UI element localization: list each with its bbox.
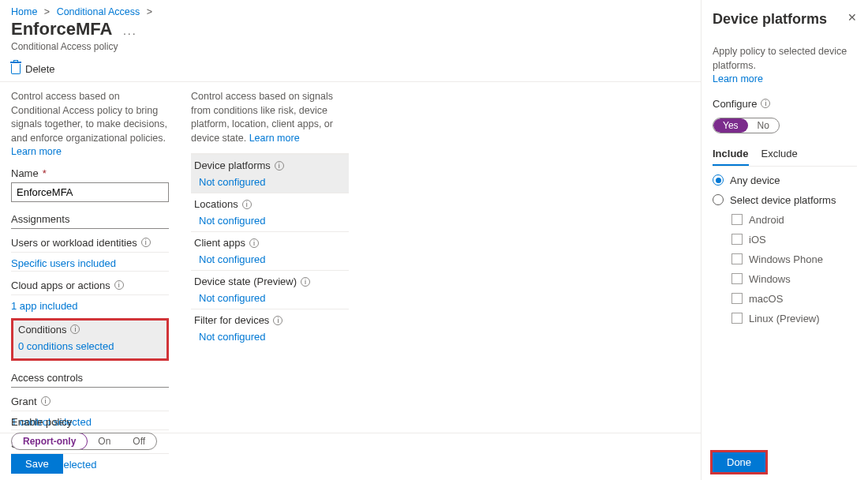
grant-label[interactable]: Granti <box>11 396 169 411</box>
access-controls-heading: Access controls <box>11 372 169 388</box>
delete-label: Delete <box>25 63 55 75</box>
info-icon[interactable]: i <box>70 324 80 334</box>
chevron-right-icon: > <box>44 6 50 17</box>
done-button[interactable]: Done <box>713 452 765 472</box>
platform-label: macOS <box>749 293 783 305</box>
breadcrumb-home[interactable]: Home <box>11 6 37 17</box>
info-icon[interactable]: i <box>249 238 259 248</box>
device-platforms-item[interactable]: Device platformsi Not configured <box>191 154 349 193</box>
checkbox-icon[interactable] <box>731 214 743 225</box>
checkbox-icon[interactable] <box>731 253 743 264</box>
platform-label: Windows <box>749 273 791 285</box>
platform-checkbox[interactable]: Windows Phone <box>731 253 857 265</box>
checkbox-icon[interactable] <box>731 313 743 324</box>
info-icon[interactable]: i <box>114 280 124 290</box>
learn-more-link[interactable]: Learn more <box>11 146 62 157</box>
info-icon[interactable]: i <box>301 277 310 287</box>
policy-description: Control access based on Conditional Acce… <box>11 90 169 159</box>
conditions-value[interactable]: 0 conditions selected <box>18 340 162 352</box>
info-icon[interactable]: i <box>141 238 151 247</box>
name-label: Name* <box>11 167 169 179</box>
info-icon[interactable]: i <box>41 396 51 406</box>
page-title: EnforceMFA <box>11 19 112 39</box>
platform-label: Windows Phone <box>749 253 823 265</box>
learn-more-link[interactable]: Learn more <box>249 133 300 144</box>
delete-button[interactable]: Delete <box>11 63 55 75</box>
apps-value[interactable]: 1 app included <box>11 300 78 312</box>
checkbox-icon[interactable] <box>731 293 743 304</box>
locations-item[interactable]: Locationsi Not configured <box>191 193 349 231</box>
device-platforms-panel: Device platforms ✕ Apply policy to selec… <box>701 0 868 480</box>
toggle-off[interactable]: Off <box>122 433 156 449</box>
tab-exclude[interactable]: Exclude <box>761 148 798 166</box>
toggle-yes[interactable]: Yes <box>713 118 748 133</box>
checkbox-icon[interactable] <box>731 234 743 245</box>
chevron-right-icon: > <box>147 6 152 17</box>
users-value[interactable]: Specific users included <box>11 257 116 269</box>
platform-checkbox[interactable]: iOS <box>731 234 857 246</box>
tab-include[interactable]: Include <box>713 148 749 166</box>
configure-toggle[interactable]: Yes No <box>713 118 780 133</box>
info-icon[interactable]: i <box>273 316 282 325</box>
radio-any-device[interactable]: Any device <box>713 174 857 186</box>
radio-icon[interactable] <box>713 194 724 205</box>
configure-label: Configurei <box>713 98 857 110</box>
radio-icon[interactable] <box>713 174 724 186</box>
toggle-no[interactable]: No <box>748 118 779 133</box>
panel-title: Device platforms <box>713 11 857 28</box>
filter-devices-item[interactable]: Filter for devicesi Not configured <box>191 309 349 347</box>
client-apps-item[interactable]: Client appsi Not configured <box>191 231 349 270</box>
platform-checkbox[interactable]: Android <box>731 214 857 226</box>
panel-description: Apply policy to selected device platform… <box>713 45 857 87</box>
save-button[interactable]: Save <box>11 454 63 474</box>
info-icon[interactable]: i <box>275 161 284 171</box>
breadcrumb-conditional-access[interactable]: Conditional Access <box>57 6 140 17</box>
middle-column: Control access based on signals from con… <box>191 90 349 452</box>
name-input[interactable] <box>11 182 169 202</box>
platform-checkbox[interactable]: Windows <box>731 273 857 285</box>
trash-icon <box>11 64 21 74</box>
toggle-on[interactable]: On <box>87 433 122 449</box>
toggle-report-only[interactable]: Report-only <box>11 433 88 450</box>
include-exclude-tabs: Include Exclude <box>713 148 857 167</box>
platform-checkbox[interactable]: Linux (Preview) <box>731 313 857 324</box>
platform-label: iOS <box>749 234 766 246</box>
more-icon[interactable]: ... <box>123 24 137 37</box>
conditions-item[interactable]: Conditionsi 0 conditions selected <box>11 318 169 361</box>
radio-select-platforms[interactable]: Select device platforms <box>713 194 857 206</box>
learn-more-link[interactable]: Learn more <box>713 73 763 84</box>
close-icon[interactable]: ✕ <box>847 11 857 24</box>
device-state-item[interactable]: Device state (Preview)i Not configured <box>191 270 349 309</box>
platform-label: Android <box>749 214 784 226</box>
info-icon[interactable]: i <box>242 200 252 209</box>
apps-label[interactable]: Cloud apps or actionsi <box>11 279 169 295</box>
checkbox-icon[interactable] <box>731 273 743 284</box>
conditions-description: Control access based on signals from con… <box>191 90 349 145</box>
platform-label: Linux (Preview) <box>749 313 820 324</box>
info-icon[interactable]: i <box>761 99 770 108</box>
left-column: Control access based on Conditional Acce… <box>11 90 169 452</box>
assignments-heading: Assignments <box>11 213 169 229</box>
platform-checkbox[interactable]: macOS <box>731 293 857 305</box>
enable-policy-toggle[interactable]: Report-only On Off <box>11 433 157 450</box>
enable-policy: Enable policy Report-only On Off <box>11 416 157 450</box>
users-label[interactable]: Users or workload identitiesi <box>11 237 169 253</box>
